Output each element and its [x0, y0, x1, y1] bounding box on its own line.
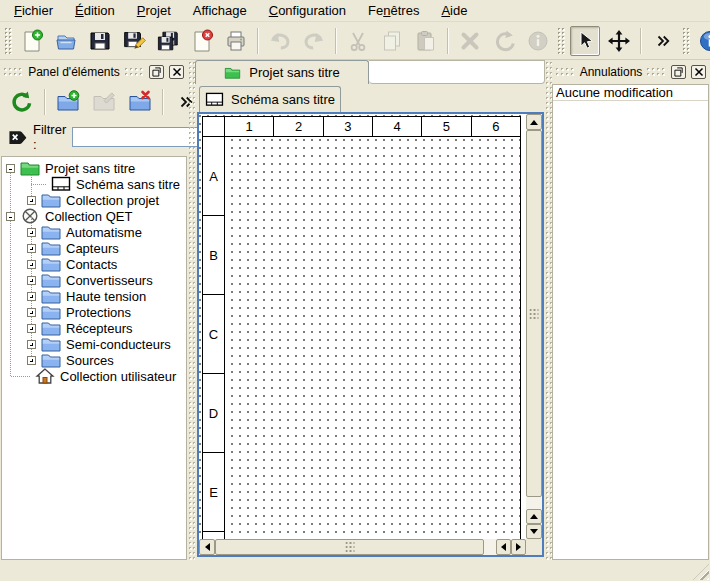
collapse-icon[interactable]: [6, 164, 15, 173]
save-all-button[interactable]: [153, 26, 183, 56]
reload-collections-button[interactable]: [7, 87, 37, 117]
undo-list-item[interactable]: Aucune modification: [553, 85, 708, 101]
diagram-canvas[interactable]: 123456 ABCDE: [199, 114, 526, 539]
tree-item-recepteurs[interactable]: Récepteurs: [2, 320, 186, 336]
toolbar-grip[interactable]: [558, 28, 565, 54]
tab-schema[interactable]: Schéma sans titre: [199, 86, 341, 112]
vertical-scroll-thumb[interactable]: [526, 130, 542, 497]
tree-item-protections[interactable]: Protections: [2, 304, 186, 320]
close-panel-button[interactable]: [169, 65, 184, 79]
resize-grip-icon[interactable]: [693, 564, 709, 580]
save-all-icon: [156, 29, 180, 53]
copy-button[interactable]: [377, 26, 407, 56]
tree-item-schema-sans-titre[interactable]: Schéma sans titre: [2, 176, 186, 192]
tab-project[interactable]: Projet sans titre: [195, 60, 369, 84]
scroll-left-button[interactable]: [199, 539, 215, 555]
redo-button[interactable]: [299, 26, 329, 56]
scroll-up-button-2[interactable]: [526, 509, 542, 524]
undo-panel: Annulations Aucune modification: [552, 62, 710, 560]
tree-guide: [10, 168, 11, 376]
float-panel-button[interactable]: [149, 65, 164, 79]
project-tab-bar: Projet sans titre: [195, 60, 545, 84]
toolbar-overflow-button[interactable]: [648, 26, 678, 56]
tfolder-blue-icon: [41, 336, 61, 352]
tree-item-haute-tension[interactable]: Haute tension: [2, 288, 186, 304]
expand-icon[interactable]: [27, 292, 36, 301]
expand-icon[interactable]: [27, 340, 36, 349]
horizontal-scroll-thumb[interactable]: [215, 539, 484, 555]
tree-item-label: Schéma sans titre: [76, 177, 180, 192]
save-button[interactable]: [85, 26, 115, 56]
save-as-button[interactable]: [119, 26, 149, 56]
toolbar-grip[interactable]: [683, 28, 690, 54]
copy-icon: [380, 29, 404, 53]
toolbar-grip[interactable]: [5, 28, 12, 54]
panel-splitter-left[interactable]: [188, 62, 195, 560]
horizontal-scrollbar[interactable]: [199, 539, 526, 555]
expand-icon[interactable]: [27, 276, 36, 285]
tree-item-collection-utilisateur[interactable]: Collection utilisateur: [2, 368, 186, 384]
menu-fichier[interactable]: Fichier: [3, 1, 64, 20]
new-category-button[interactable]: [53, 87, 83, 117]
tree-item-collection-qet[interactable]: Collection QET: [2, 208, 186, 224]
tree-item-contacts[interactable]: Contacts: [2, 256, 186, 272]
element-info-button[interactable]: [523, 26, 553, 56]
scroll-left-button-2[interactable]: [496, 539, 511, 555]
cut-button[interactable]: [343, 26, 373, 56]
rotate-button[interactable]: [489, 26, 519, 56]
tree-item-convertisseurs[interactable]: Convertisseurs: [2, 272, 186, 288]
tree-item-automatisme[interactable]: Automatisme: [2, 224, 186, 240]
tree-item-sources[interactable]: Sources: [2, 352, 186, 368]
close-undo-button[interactable]: [691, 65, 706, 79]
open-project-button[interactable]: [51, 26, 81, 56]
tree-item-label: Projet sans titre: [45, 161, 135, 176]
menu-edition[interactable]: Édition: [64, 1, 126, 20]
scroll-down-button[interactable]: [526, 524, 542, 539]
print-button[interactable]: [221, 26, 251, 56]
expand-icon[interactable]: [27, 228, 36, 237]
tree-item-label: Collection utilisateur: [60, 369, 176, 384]
menu-fenetres[interactable]: Fenêtres: [357, 1, 430, 20]
refresh-icon: [10, 90, 34, 114]
qet-icon: [20, 208, 40, 224]
menu-bar: FichierÉditionProjetAffichageConfigurati…: [0, 0, 710, 22]
close-file-button[interactable]: [187, 26, 217, 56]
save-as-icon: [122, 29, 146, 53]
toolbar-separator: [257, 28, 259, 54]
expand-icon[interactable]: [27, 324, 36, 333]
menu-affichage[interactable]: Affichage: [182, 1, 258, 20]
tree-item-projet-sans-titre[interactable]: Projet sans titre: [2, 160, 186, 176]
undo-button[interactable]: [265, 26, 295, 56]
menu-configuration[interactable]: Configuration: [258, 1, 357, 20]
menu-projet[interactable]: Projet: [126, 1, 182, 20]
edit-category-button[interactable]: [89, 87, 119, 117]
tree-item-semi-conducteurs[interactable]: Semi-conducteurs: [2, 336, 186, 352]
project-tab-label: Projet sans titre: [249, 65, 339, 80]
expand-icon[interactable]: [27, 308, 36, 317]
tree-item-capteurs[interactable]: Capteurs: [2, 240, 186, 256]
selection-mode-button[interactable]: [570, 26, 600, 56]
rotate-icon: [492, 29, 516, 53]
expand-icon[interactable]: [27, 244, 36, 253]
redo-icon: [302, 29, 326, 53]
delete-button[interactable]: [455, 26, 485, 56]
about-qet-button[interactable]: [695, 26, 710, 56]
expand-icon[interactable]: [27, 196, 36, 205]
menu-aide[interactable]: Aide: [430, 1, 478, 20]
delete-category-button[interactable]: [125, 87, 155, 117]
expand-icon[interactable]: [27, 260, 36, 269]
tree-item-collection-projet[interactable]: Collection projet: [2, 192, 186, 208]
clear-filter-icon[interactable]: [7, 128, 27, 146]
pan-mode-button[interactable]: [604, 26, 634, 56]
dock-texture: [556, 68, 575, 77]
expand-icon[interactable]: [27, 356, 36, 365]
new-document-button[interactable]: [17, 26, 47, 56]
float-undo-button[interactable]: [671, 65, 686, 79]
diagram-view: 123456 ABCDE: [197, 112, 544, 557]
vertical-scrollbar[interactable]: [526, 114, 542, 539]
paste-button[interactable]: [411, 26, 441, 56]
scroll-up-button[interactable]: [526, 114, 542, 130]
scroll-right-button[interactable]: [511, 539, 526, 555]
panel-splitter-right[interactable]: [545, 62, 552, 560]
collapse-icon[interactable]: [6, 212, 15, 221]
